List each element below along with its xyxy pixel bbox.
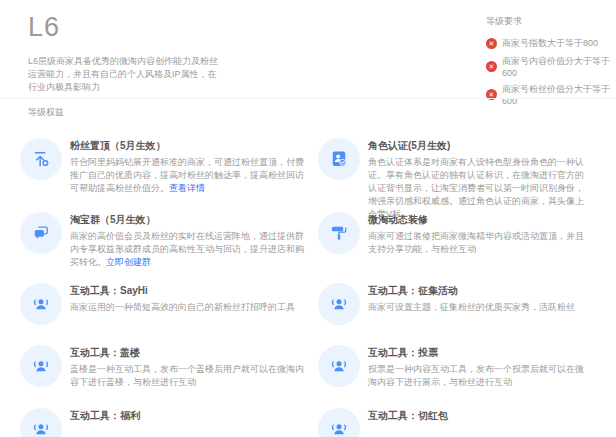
benefit-desc: 商家的高价值会员及粉丝的实时在线运营阵地，通过提供群内专享权益形成群成员的高粘性…: [70, 230, 308, 269]
section-divider: [0, 98, 616, 99]
benefit-title: 互动工具：切红包: [368, 409, 590, 423]
benefit-desc-text: 角色认证体系是对商家有人设特色型身份角色的一种认证。享有角色认证的独有认证标识，…: [368, 157, 584, 219]
benefit-title: 互动工具：投票: [368, 346, 590, 360]
benefit-title: 互动工具：福利: [70, 409, 308, 423]
requirement-label: 商家号内容价值分大于等于600: [502, 55, 612, 78]
page-title: L6: [28, 12, 220, 43]
level-requirements-panel: 等级要求 商家号指数大于等于800 商家号内容价值分大于等于600 商家号粉丝价…: [486, 15, 612, 111]
benefits-heading: 等级权益: [28, 106, 64, 119]
benefit-title: 互动工具：盖楼: [70, 346, 308, 360]
benefit-title: 微淘动态装修: [368, 213, 590, 227]
create-group-link[interactable]: 立即创建群: [106, 257, 151, 267]
requirement-label: 商家号粉丝价值分大于等于600: [502, 83, 612, 106]
benefit-card-fans-pin: 粉丝置顶（5月生效） 符合阿里妈妈钻展开通标准的商家，可通过粉丝置顶，付费推广自…: [20, 138, 318, 212]
benefit-desc: 商家运用的一种简短高效的向自己的新粉丝打招呼的工具: [70, 301, 308, 314]
speaking-person-icon: [20, 408, 62, 437]
benefit-title: 粉丝置顶（5月生效）: [70, 139, 308, 153]
benefit-desc: 盖楼是一种互动工具，发布一个盖楼后用户就可以在微淘内容下进行盖楼，与粉丝进行互动: [70, 363, 308, 389]
benefit-desc-text: 商家可设置主题，征集粉丝的优质买家秀，活跃粉丝: [368, 302, 575, 312]
requirement-item: 商家号指数大于等于800: [486, 37, 612, 50]
speaking-person-icon: [318, 345, 360, 387]
benefit-card-fuli: 互动工具：福利: [20, 408, 318, 437]
benefit-card-sayhi: 互动工具：SayHi 商家运用的一种简短高效的向自己的新粉丝打招呼的工具: [20, 283, 318, 345]
benefit-desc: 商家可设置主题，征集粉丝的优质买家秀，活跃粉丝: [368, 301, 590, 314]
view-details-link[interactable]: 查看详情: [169, 183, 205, 193]
benefit-desc: 符合阿里妈妈钻展开通标准的商家，可通过粉丝置顶，付费推广自己的优质内容，提高对粉…: [70, 156, 308, 195]
requirement-item: 商家号内容价值分大于等于600: [486, 55, 612, 78]
benefit-card-role-cert: 角色认证(5月生效) 角色认证体系是对商家有人设特色型身份角色的一种认证。享有角…: [318, 138, 600, 212]
chat-bubbles-icon: [20, 212, 62, 254]
benefit-title: 互动工具：征集活动: [368, 284, 590, 298]
requirement-item: 商家号粉丝价值分大于等于600: [486, 83, 612, 106]
circle-x-icon: [486, 61, 497, 72]
benefit-desc: 商家可通过装修把商家微淘精华内容或活动置顶，并且支持分享功能，与粉丝互动: [368, 230, 590, 256]
paint-roller-icon: [318, 212, 360, 254]
benefit-card-weitao-decorate: 微淘动态装修 商家可通过装修把商家微淘精华内容或活动置顶，并且支持分享功能，与粉…: [318, 212, 600, 283]
benefit-desc-text: 盖楼是一种互动工具，发布一个盖楼后用户就可以在微淘内容下进行盖楼，与粉丝进行互动: [70, 364, 304, 387]
benefit-card-gailou: 互动工具：盖楼 盖楼是一种互动工具，发布一个盖楼后用户就可以在微淘内容下进行盖楼…: [20, 345, 318, 408]
speaking-person-icon: [318, 283, 360, 325]
benefit-title: 角色认证(5月生效): [368, 139, 590, 153]
benefit-card-collect-activity: 互动工具：征集活动 商家可设置主题，征集粉丝的优质买家秀，活跃粉丝: [318, 283, 600, 345]
benefit-card-vote: 互动工具：投票 投票是一种内容互动工具，发布一个投票后就可以在微淘内容下进行展示…: [318, 345, 600, 408]
id-badge-icon: [318, 138, 360, 180]
requirement-label: 商家号指数大于等于800: [502, 37, 598, 50]
pin-top-icon: [20, 138, 62, 180]
requirements-heading: 等级要求: [486, 15, 612, 28]
benefit-desc: 投票是一种内容互动工具，发布一个投票后就可以在微淘内容下进行展示，与粉丝进行互动: [368, 363, 590, 389]
speaking-person-icon: [318, 408, 360, 437]
merchant-level-page: L6 L6层级商家具备优秀的微淘内容创作能力及粉丝运营能力，并且有自己的个人风格…: [0, 0, 616, 437]
benefit-desc-text: 商家可通过装修把商家微淘精华内容或活动置顶，并且支持分享功能，与粉丝互动: [368, 231, 584, 254]
benefit-desc-text: 商家运用的一种简短高效的向自己的新粉丝打招呼的工具: [70, 302, 295, 312]
speaking-person-icon: [20, 283, 62, 325]
level-header: L6 L6层级商家具备优秀的微淘内容创作能力及粉丝运营能力，并且有自己的个人风格…: [28, 12, 220, 94]
speaking-person-icon: [20, 345, 62, 387]
level-description: L6层级商家具备优秀的微淘内容创作能力及粉丝运营能力，并且有自己的个人风格及IP…: [28, 55, 220, 94]
benefit-title: 互动工具：SayHi: [70, 284, 308, 298]
benefit-card-taobao-group: 淘宝群（5月生效） 商家的高价值会员及粉丝的实时在线运营阵地，通过提供群内专享权…: [20, 212, 318, 283]
circle-x-icon: [486, 38, 497, 49]
benefit-title: 淘宝群（5月生效）: [70, 213, 308, 227]
benefit-card-red-packet: 互动工具：切红包: [318, 408, 600, 437]
benefit-desc-text: 投票是一种内容互动工具，发布一个投票后就可以在微淘内容下进行展示，与粉丝进行互动: [368, 364, 584, 387]
benefits-grid: 粉丝置顶（5月生效） 符合阿里妈妈钻展开通标准的商家，可通过粉丝置顶，付费推广自…: [20, 138, 608, 437]
